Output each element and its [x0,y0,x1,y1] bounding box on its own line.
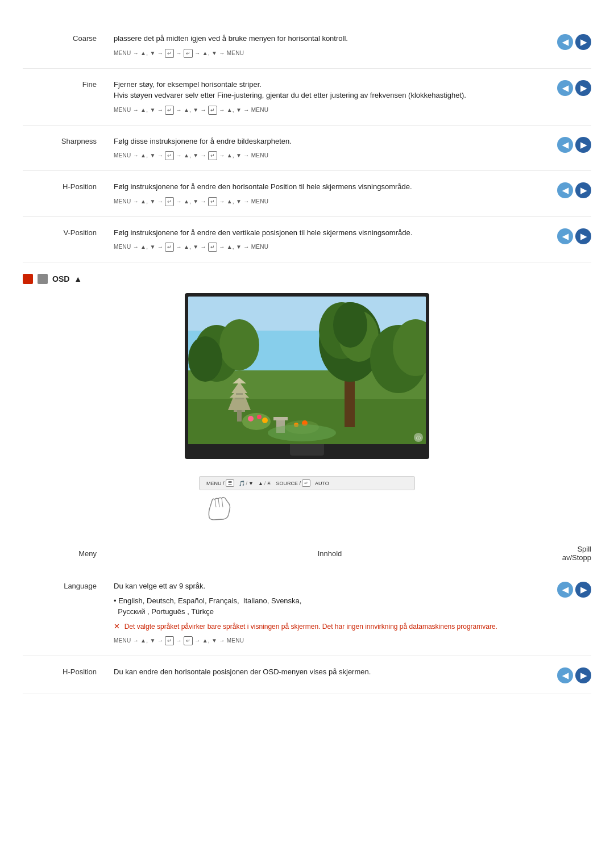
vol-slash: / [246,481,248,486]
monitor-display: ⓘ [185,293,429,459]
key-box: ↵ [208,243,217,252]
svg-rect-30 [273,417,288,420]
svg-line-35 [218,499,219,507]
sharpness-next-button[interactable]: ▶ [575,137,591,153]
svg-point-23 [248,416,254,422]
setting-row-language: Language Du kan velge ett av 9 språk. • … [23,570,591,656]
vposition-menu-path: MENU → ▲, ▼ → ↵ → ▲, ▼ → ↵ → ▲, ▼ → MENU [114,243,534,252]
col-header-meny: Meny [23,549,114,558]
svg-text:ⓘ: ⓘ [416,436,421,441]
control-bar: MENU / ☰ 🎵 / ▼ ▲ / ☀ SOURCE / ↵ [199,476,415,490]
svg-point-24 [257,415,262,419]
osd-label: OSD [52,274,69,283]
vposition-content: Følg instruksjonene for å endre den vert… [114,227,546,252]
control-auto: AUTO [315,481,329,486]
osd-arrow: ▲ [74,274,82,283]
sharpness-prev-button[interactable]: ◀ [557,137,573,153]
control-bar-container: MENU / ☰ 🎵 / ▼ ▲ / ☀ SOURCE / ↵ [23,476,591,522]
coarse-content: plassere det på midten igjen ved å bruke… [114,33,546,58]
osd-hposition-prev-button[interactable]: ◀ [557,667,573,683]
hand-icon [204,495,243,520]
control-bright: ▲ / ☀ [258,481,271,486]
sharpness-controls: ◀ ▶ [546,136,591,153]
control-source: SOURCE / ↵ [276,479,310,487]
vposition-prev-button[interactable]: ◀ [557,228,573,244]
hposition-controls: ◀ ▶ [546,181,591,198]
svg-point-25 [262,418,268,423]
language-list: • English, Deutsch, Español, Français, I… [114,595,534,617]
source-text: SOURCE / [276,481,301,486]
warning-icon: ✕ [114,622,120,631]
setting-row-coarse: Coarse plassere det på midten igjen ved … [23,23,591,69]
key-box: ↵ [184,636,193,645]
osd-hposition-next-button[interactable]: ▶ [575,667,591,683]
vposition-next-button[interactable]: ▶ [575,228,591,244]
vposition-label: V-Position [23,227,114,237]
fine-prev-button[interactable]: ◀ [557,80,573,96]
fine-menu-path: MENU → ▲, ▼ → ↵ → ▲, ▼ → ↵ → ▲, ▼ → MENU [114,106,534,115]
coarse-prev-button[interactable]: ◀ [557,34,573,50]
hposition-prev-button[interactable]: ◀ [557,182,573,198]
svg-point-19 [333,302,367,348]
fine-controls: ◀ ▶ [546,79,591,96]
osd-header: OSD ▲ [23,274,591,284]
key-box: ↵ [184,49,193,58]
language-next-button[interactable]: ▶ [575,582,591,598]
bright-slash: / [264,481,266,486]
language-menu-path: MENU → ▲, ▼ → ↵ → ↵ → ▲, ▼ → MENU [114,636,534,645]
vposition-desc: Følg instruksjonene for å endre den vert… [114,227,534,239]
language-controls: ◀ ▶ [546,581,591,598]
osd-hposition-desc: Du kan endre den horisontale posisjonen … [114,666,534,678]
up-arrow: ▲ [258,481,263,486]
coarse-next-button[interactable]: ▶ [575,34,591,50]
sharpness-content: Følg disse instruksjonene for å endre bi… [114,136,546,161]
key-box: ↵ [165,243,174,252]
osd-hposition-controls: ◀ ▶ [546,666,591,683]
setting-row-osd-hposition: H-Position Du kan endre den horisontale … [23,656,591,694]
fine-next-button[interactable]: ▶ [575,80,591,96]
language-label: Language [23,581,114,590]
monitor-container: ⓘ [23,293,591,459]
monitor-frame: ⓘ [185,293,429,459]
language-content: Du kan velge ett av 9 språk. • English, … [114,581,546,645]
setting-row-hposition: H-Position Følg instruksjonene for å end… [23,171,591,217]
hposition-label: H-Position [23,181,114,191]
coarse-controls: ◀ ▶ [546,33,591,50]
key-box: ↵ [165,636,174,645]
osd-icon-gray [38,274,48,284]
control-area: MENU / ☰ 🎵 / ▼ ▲ / ☀ SOURCE / ↵ [199,476,415,522]
sharpness-menu-path: MENU → ▲, ▼ → ↵ → ▲, ▼ → ↵ → ▲, ▼ → MENU [114,151,534,160]
setting-row-vposition: V-Position Følg instruksjonene for å end… [23,217,591,263]
svg-line-34 [215,499,216,507]
osd-hposition-label: H-Position [23,666,114,676]
monitor-stand [290,444,324,456]
hposition-next-button[interactable]: ▶ [575,182,591,198]
col-header-innhold: Innhold [114,549,546,558]
svg-point-6 [188,336,222,382]
key-box: ↵ [165,151,174,160]
remote-area [204,495,243,522]
page-container: Coarse plassere det på midten igjen ved … [0,0,614,723]
hposition-menu-path: MENU → ▲, ▼ → ↵ → ▲, ▼ → ↵ → ▲, ▼ → MENU [114,197,534,206]
key-box: ↵ [165,106,174,115]
key-box: ↵ [165,49,174,58]
svg-point-5 [219,319,259,370]
svg-rect-1 [188,297,426,331]
osd-icon-red [23,274,33,284]
fine-desc: Fjerner støy, for eksempel horisontale s… [114,79,534,101]
fine-label: Fine [23,79,114,89]
language-prev-button[interactable]: ◀ [557,582,573,598]
coarse-desc: plassere det på midten igjen ved å bruke… [114,33,534,44]
svg-rect-14 [237,410,242,422]
settings-section: Coarse plassere det på midten igjen ved … [23,23,591,262]
key-box: ↵ [165,197,174,206]
language-warning: ✕ Det valgte språket påvirker bare språk… [114,621,534,632]
monitor-screen: ⓘ [188,297,426,444]
down-arrow: ▼ [248,481,254,486]
osd-settings-section: Language Du kan velge ett av 9 språk. • … [23,570,591,694]
control-menu: MENU / ☰ [206,479,234,487]
language-intro: Du kan velge ett av 9 språk. [114,581,534,592]
setting-row-fine: Fine Fjerner støy, for eksempel horisont… [23,69,591,126]
sharpness-desc: Følg disse instruksjonene for å endre bi… [114,136,534,147]
coarse-label: Coarse [23,33,114,43]
